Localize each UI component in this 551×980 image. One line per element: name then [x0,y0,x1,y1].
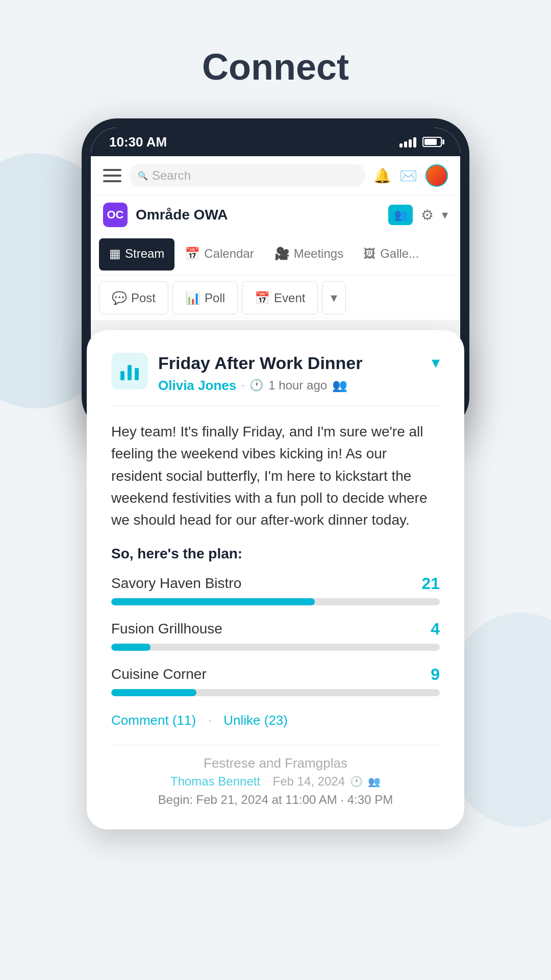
battery-fill [424,139,437,145]
post-body: Hey team! It's finally Friday, and I'm s… [111,421,440,531]
poll-option-1-count: 21 [421,574,440,593]
clock-icon: 🕐 [249,379,263,392]
next-post-separator: · [265,777,267,786]
meetings-icon: 🎥 [274,247,290,261]
gear-icon[interactable]: ⚙ [421,207,434,224]
more-icon: ▾ [331,290,337,306]
post-plan-label: So, here's the plan: [111,546,440,562]
next-post-clock-icon: 🕐 [350,775,363,788]
next-post-date: Feb 14, 2024 [273,774,345,789]
post-header: Friday After Work Dinner Olivia Jones · … [111,353,440,394]
poll-button[interactable]: 📊 Poll [172,281,238,314]
poll-options: Savory Haven Bistro 21 Fusion Grillhouse… [111,574,440,696]
app-header: 🔍 Search 🔔 ✉️ [91,156,460,195]
avatar[interactable] [425,164,448,187]
bell-icon[interactable]: 🔔 [373,167,391,184]
poll-bar-fill-3 [111,689,196,696]
tab-stream-label: Stream [125,247,164,261]
poll-bar-fill-2 [111,644,151,651]
search-icon: 🔍 [138,171,148,181]
audience-icon: 👥 [332,378,347,393]
post-body-intro: Hey team! It's finally Friday, and I'm s… [111,424,427,528]
poll-option-2-count: 4 [431,620,440,639]
tab-calendar[interactable]: 📅 Calendar [174,234,264,275]
svg-rect-0 [120,371,124,380]
poll-bar-track-1 [111,598,440,605]
battery-icon [422,137,442,147]
poll-option-2-label: Fusion Grillhouse [111,621,222,637]
signal-icon [399,136,416,148]
post-meta: Friday After Work Dinner Olivia Jones · … [158,353,421,394]
post-footer: Comment (11) · Unlike (23) [111,713,440,728]
svg-rect-1 [128,365,132,380]
gallery-icon: 🖼 [364,247,376,261]
svg-rect-2 [135,368,139,380]
add-member-button[interactable]: 👥 [388,205,413,225]
tab-calendar-label: Calendar [204,247,254,261]
post-plan-text: So, here's the plan: [111,546,440,562]
community-name: Område OWA [136,207,380,223]
poll-option-1[interactable]: Savory Haven Bistro 21 [111,574,440,605]
poll-chart-icon [111,353,148,389]
unlike-link[interactable]: Unlike (23) [223,713,288,728]
poll-option-1-label: Savory Haven Bistro [111,575,241,592]
search-bar[interactable]: 🔍 Search [130,164,365,187]
footer-dot: · [208,714,211,727]
poll-bar-fill-1 [111,598,315,605]
post-button[interactable]: 💬 Post [99,281,168,314]
community-logo: OC [103,203,128,227]
poll-label: Poll [205,291,225,305]
post-card: Friday After Work Dinner Olivia Jones · … [87,330,464,829]
post-time: 1 hour ago [268,378,327,393]
search-placeholder: Search [152,168,191,183]
poll-option-3-header: Cuisine Corner 9 [111,665,440,684]
poll-option-2[interactable]: Fusion Grillhouse 4 [111,620,440,651]
community-header: OC Område OWA 👥 ⚙ ▾ [91,195,460,234]
post-author-line: Olivia Jones · 🕐 1 hour ago 👥 [158,378,421,394]
event-label: Event [274,291,305,305]
poll-option-3-count: 9 [431,665,440,684]
tab-meetings-label: Meetings [294,247,343,261]
poll-option-2-header: Fusion Grillhouse 4 [111,620,440,639]
next-post-audience-icon: 👥 [368,775,381,788]
poll-option-1-header: Savory Haven Bistro 21 [111,574,440,593]
post-divider [111,406,440,406]
poll-bar-track-2 [111,644,440,651]
phone-mockup: 10:30 AM 🔍 Search [82,118,469,829]
add-member-icon: 👥 [394,208,408,222]
page-title: Connect [202,46,349,88]
comment-link[interactable]: Comment (11) [111,713,196,728]
tab-meetings[interactable]: 🎥 Meetings [264,234,354,275]
poll-icon: 📊 [185,291,201,305]
more-button[interactable]: ▾ [322,281,346,314]
status-icons [399,136,442,148]
event-icon: 📅 [255,291,270,305]
post-icon: 💬 [112,291,127,305]
post-label: Post [131,291,156,305]
post-author[interactable]: Olivia Jones [158,378,236,394]
poll-option-3-label: Cuisine Corner [111,666,207,682]
mail-icon[interactable]: ✉️ [399,167,417,184]
nav-tabs: ▦ Stream 📅 Calendar 🎥 Meetings 🖼 Galle..… [91,234,460,275]
status-time: 10:30 AM [109,134,167,150]
tab-gallery[interactable]: 🖼 Galle... [354,234,429,275]
action-bar: 💬 Post 📊 Poll 📅 Event ▾ [91,275,460,321]
post-title: Friday After Work Dinner [158,353,421,374]
next-post-author: Thomas Bennett [170,774,260,789]
event-button[interactable]: 📅 Event [242,281,318,314]
poll-bar-track-3 [111,689,440,696]
next-post-title: Festrese and Framgplas [111,755,440,771]
separator-dot: · [241,379,244,392]
tab-stream[interactable]: ▦ Stream [99,238,174,271]
hamburger-icon[interactable] [103,169,121,182]
post-expand-chevron[interactable]: ▾ [432,353,440,372]
status-bar: 10:30 AM [91,128,460,156]
stream-icon: ▦ [109,247,121,261]
tab-gallery-label: Galle... [380,247,419,261]
next-post-event: Begin: Feb 21, 2024 at 11:00 AM · 4:30 P… [111,793,440,807]
chevron-down-icon[interactable]: ▾ [442,208,448,222]
next-post-preview: Festrese and Framgplas Thomas Bennett · … [111,745,440,807]
calendar-icon: 📅 [185,247,200,261]
poll-option-3[interactable]: Cuisine Corner 9 [111,665,440,696]
